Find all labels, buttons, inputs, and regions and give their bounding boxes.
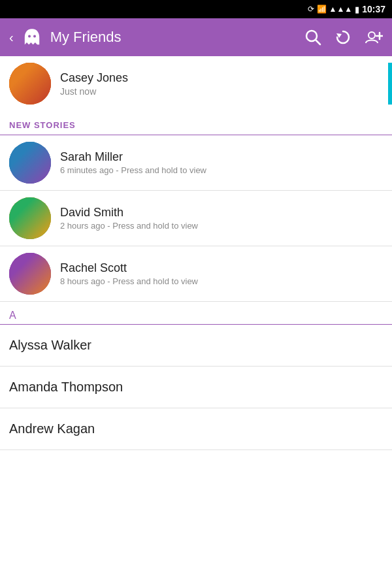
- unread-indicator: [388, 63, 392, 105]
- svg-point-35: [31, 269, 34, 272]
- back-button[interactable]: ‹: [9, 30, 14, 45]
- svg-point-9: [21, 69, 39, 90]
- story-info: Sarah Miller 6 minutes ago - Press and h…: [60, 150, 206, 175]
- recent-time: Just now: [60, 86, 383, 97]
- story-name: Sarah Miller: [60, 150, 206, 164]
- svg-point-29: [31, 218, 47, 235]
- story-info: David Smith 2 hours ago - Press and hold…: [60, 206, 198, 231]
- svg-point-33: [20, 262, 37, 280]
- svg-point-1: [33, 35, 36, 37]
- story-meta: 8 hours ago - Press and hold to view: [60, 276, 198, 286]
- status-bar: ⟳ 📶 ▲▲▲ ▮ 10:37: [0, 0, 392, 18]
- svg-rect-20: [9, 171, 51, 184]
- battery-icon: ▮: [355, 5, 359, 14]
- rotate-icon: ⟳: [308, 5, 314, 14]
- friend-name: Amanda Thompson: [9, 380, 383, 395]
- avatar-image: [9, 142, 51, 184]
- story-meta: 2 hours ago - Press and hold to view: [60, 221, 198, 231]
- top-bar: ‹ My Friends: [0, 18, 392, 56]
- recent-name: Casey Jones: [60, 71, 383, 85]
- svg-point-31: [41, 224, 43, 227]
- new-stories-header: NEW STORIES: [0, 111, 392, 135]
- story-info: Rachel Scott 8 hours ago - Press and hol…: [60, 261, 198, 286]
- avatar: [9, 253, 51, 295]
- svg-point-15: [22, 87, 25, 91]
- avatar: [9, 63, 51, 105]
- svg-rect-32: [9, 253, 51, 295]
- svg-rect-16: [9, 142, 51, 184]
- status-icons: ⟳ 📶 ▲▲▲ ▮ 10:37: [308, 4, 385, 14]
- svg-rect-39: [31, 282, 51, 295]
- recent-item-casey[interactable]: Casey Jones Just now: [0, 56, 392, 111]
- svg-point-18: [25, 156, 29, 161]
- wifi-icon: 📶: [317, 5, 327, 14]
- avatar: [9, 142, 51, 184]
- svg-point-10: [24, 76, 28, 81]
- svg-point-34: [24, 269, 27, 272]
- svg-rect-24: [9, 197, 51, 239]
- signal-icon: ▲▲▲: [329, 5, 353, 14]
- svg-point-0: [28, 35, 31, 37]
- page-title: My Friends: [50, 29, 297, 46]
- story-item-david[interactable]: David Smith 2 hours ago - Press and hold…: [0, 191, 392, 246]
- svg-point-17: [22, 149, 39, 169]
- svg-point-36: [14, 274, 30, 291]
- svg-point-13: [13, 81, 29, 99]
- svg-point-37: [18, 280, 21, 284]
- svg-point-21: [29, 163, 46, 178]
- avatar: [9, 197, 51, 239]
- friend-item-andrew[interactable]: Andrew Kagan: [0, 408, 392, 450]
- top-bar-actions: [304, 29, 383, 46]
- story-meta: 6 minutes ago - Press and hold to view: [60, 165, 206, 175]
- svg-rect-28: [9, 226, 51, 239]
- search-icon[interactable]: [304, 29, 321, 46]
- svg-point-38: [24, 280, 26, 284]
- svg-point-26: [23, 213, 26, 217]
- friends-list: Casey Jones Just now NEW STORIES Sa: [0, 56, 392, 588]
- ghost-icon: [22, 27, 42, 48]
- add-friend-icon[interactable]: [365, 29, 383, 46]
- svg-point-23: [39, 167, 42, 171]
- alpha-label: A: [9, 310, 16, 321]
- story-name: Rachel Scott: [60, 261, 198, 275]
- svg-point-27: [29, 213, 33, 217]
- story-item-sarah[interactable]: Sarah Miller 6 minutes ago - Press and h…: [0, 135, 392, 191]
- new-stories-label: NEW STORIES: [9, 120, 76, 130]
- avatar-image: [9, 197, 51, 239]
- svg-point-22: [34, 167, 37, 171]
- svg-point-19: [32, 156, 35, 161]
- svg-point-5: [368, 32, 375, 39]
- svg-line-3: [316, 40, 320, 44]
- story-name: David Smith: [60, 206, 198, 220]
- svg-point-14: [17, 87, 20, 91]
- friend-name: Alyssa Walker: [9, 338, 383, 353]
- recent-info: Casey Jones Just now: [60, 71, 383, 97]
- svg-rect-12: [9, 90, 51, 105]
- svg-point-30: [35, 224, 37, 227]
- svg-point-25: [19, 206, 36, 225]
- avatar-image: [9, 63, 51, 105]
- alpha-section-a: A: [0, 302, 392, 325]
- story-item-rachel[interactable]: Rachel Scott 8 hours ago - Press and hol…: [0, 246, 392, 302]
- friend-item-amanda[interactable]: Amanda Thompson: [0, 367, 392, 408]
- status-time: 10:37: [362, 4, 385, 14]
- refresh-icon[interactable]: [335, 29, 351, 46]
- friend-item-alyssa[interactable]: Alyssa Walker: [0, 325, 392, 367]
- svg-rect-8: [9, 63, 51, 105]
- avatar-image: [9, 253, 51, 295]
- svg-point-11: [32, 76, 36, 81]
- friend-name: Andrew Kagan: [9, 421, 383, 436]
